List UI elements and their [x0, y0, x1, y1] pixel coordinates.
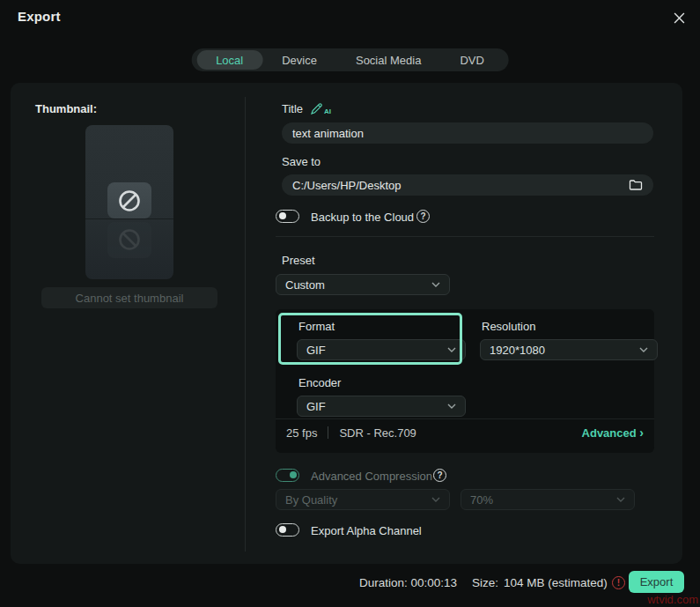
preset-value: Custom [285, 278, 325, 292]
quality-mode-value: By Quality [285, 493, 337, 507]
chevron-down-icon [447, 347, 456, 352]
footer-bar: Duration: 00:00:13 Size: 104 MB (estimat… [0, 564, 700, 607]
fps-row-divider [276, 418, 654, 419]
advanced-compression-label: Advanced Compression [311, 470, 432, 483]
format-dropdown[interactable]: GIF [297, 339, 466, 360]
chevron-right-icon: › [639, 426, 644, 440]
column-divider [245, 97, 246, 551]
duration-label: Duration: [359, 576, 408, 589]
size-warning-icon[interactable]: ! [612, 576, 625, 589]
blocked-icon-reflection [107, 222, 151, 258]
encoder-value: GIF [306, 400, 326, 413]
thumbnail-preview [85, 125, 173, 279]
backup-cloud-toggle[interactable] [276, 210, 299, 223]
export-target-tabs: Local Device Social Media DVD [191, 48, 509, 71]
cannot-set-thumbnail-button[interactable]: Cannot set thumbnail [41, 287, 217, 308]
size-label: Size: [472, 576, 498, 589]
format-value: GIF [306, 344, 326, 357]
duration-value: 00:00:13 [411, 576, 458, 589]
color-space-value: SDR - Rec.709 [339, 426, 416, 440]
export-alpha-toggle[interactable] [276, 523, 299, 537]
encoder-label: Encoder [298, 376, 341, 389]
preset-label: Preset [282, 254, 315, 267]
export-alpha-label: Export Alpha Channel [311, 524, 422, 537]
size-value: 104 MB (estimated) [504, 576, 608, 589]
blocked-icon [107, 182, 151, 218]
preset-dropdown[interactable]: Custom [276, 274, 450, 295]
tab-social-media[interactable]: Social Media [336, 50, 440, 70]
tab-dvd[interactable]: DVD [440, 50, 503, 70]
watermark-text: wtvid.com [647, 593, 698, 606]
tab-device[interactable]: Device [262, 50, 336, 70]
quality-percent-value: 70% [470, 493, 493, 507]
resolution-label: Resolution [482, 320, 535, 333]
tab-local[interactable]: Local [196, 50, 262, 70]
encoder-dropdown[interactable]: GIF [297, 396, 466, 417]
chevron-down-icon [616, 497, 625, 502]
section-divider [276, 236, 654, 237]
compression-help-icon[interactable]: ? [433, 469, 446, 482]
fps-value: 25 fps [286, 426, 317, 440]
fps-separator [328, 426, 328, 439]
title-label: Title [282, 102, 303, 115]
duration-info: Duration: 00:00:13 [359, 576, 457, 589]
format-settings-panel: Format GIF Resolution 1920*1080 Encoder … [276, 309, 654, 453]
thumbnail-reflection-line [85, 218, 173, 219]
size-info: Size: 104 MB (estimated) ! [472, 576, 625, 589]
save-to-input[interactable]: C:/Users/HP/Desktop [282, 174, 653, 196]
export-button[interactable]: Export [629, 571, 684, 593]
backup-help-icon[interactable]: ? [416, 210, 430, 223]
title-input[interactable]: text animation [282, 122, 653, 144]
backup-cloud-label: Backup to the Cloud [311, 211, 414, 224]
chevron-down-icon [431, 497, 440, 502]
chevron-down-icon [639, 347, 648, 352]
quality-percent-dropdown[interactable]: 70% [461, 489, 635, 510]
resolution-value: 1920*1080 [490, 344, 545, 357]
export-settings-panel: Thumbnail: Cannot set thumbnail Title AI… [11, 83, 682, 564]
dialog-title: Export [18, 9, 61, 24]
close-icon[interactable] [668, 7, 689, 28]
advanced-link[interactable]: Advanced › [582, 426, 644, 440]
save-to-path: C:/Users/HP/Desktop [292, 179, 629, 192]
format-label: Format [298, 320, 335, 333]
export-dialog: { "window": { "title": "Export", "close_… [0, 0, 700, 607]
save-to-label: Save to [282, 155, 321, 168]
quality-mode-dropdown[interactable]: By Quality [276, 489, 450, 510]
browse-folder-icon[interactable] [629, 179, 643, 191]
ai-edit-title-icon[interactable]: AI [310, 102, 331, 115]
thumbnail-label: Thumbnail: [35, 102, 97, 115]
chevron-down-icon [431, 282, 440, 287]
resolution-dropdown[interactable]: 1920*1080 [480, 339, 658, 360]
chevron-down-icon [447, 403, 456, 409]
advanced-compression-toggle[interactable] [276, 469, 299, 482]
